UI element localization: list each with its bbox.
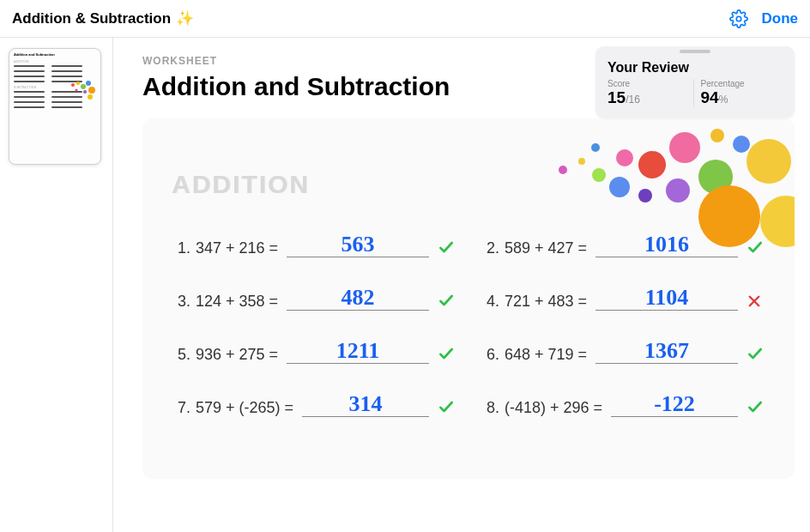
- answer-field[interactable]: 1104: [595, 287, 738, 311]
- score-den: 16: [628, 94, 639, 106]
- sidebar: Addition and Subtraction ADDITION SUBTRA…: [0, 38, 113, 532]
- cross-icon: [747, 293, 764, 311]
- svg-point-13: [616, 149, 633, 166]
- review-title: Your Review: [608, 60, 783, 76]
- percentage-col: Percentage 94%: [701, 79, 783, 107]
- check-icon: [438, 345, 455, 364]
- gear-icon: [729, 9, 748, 28]
- svg-point-2: [76, 82, 80, 85]
- svg-point-1: [71, 83, 75, 87]
- score-label: Score: [608, 79, 690, 88]
- settings-button[interactable]: [729, 9, 748, 28]
- problem-number: 4.: [481, 293, 499, 311]
- decorative-bubbles-icon: [451, 118, 795, 264]
- answer-field[interactable]: 563: [287, 233, 429, 257]
- problem-expression: 124 + 358 =: [196, 293, 278, 311]
- answer-field[interactable]: -122: [611, 393, 738, 417]
- main-pane: WORKSHEET Addition and Subtraction Your …: [113, 38, 810, 532]
- svg-point-15: [638, 189, 652, 203]
- problem-3: 3.124 + 358 =482: [172, 287, 455, 311]
- problem-expression: 936 + 275 =: [196, 346, 278, 364]
- check-icon: [747, 398, 764, 417]
- problem-expression: 721 + 483 =: [505, 293, 587, 311]
- svg-point-16: [638, 151, 666, 178]
- svg-point-18: [666, 178, 690, 203]
- svg-point-11: [592, 168, 606, 182]
- score-col: Score 15/16: [608, 79, 690, 107]
- svg-point-21: [733, 136, 750, 153]
- problem-7: 7.579 + (-265) =314: [172, 393, 455, 417]
- score-value: 15/16: [608, 88, 690, 107]
- problem-expression: 648 + 719 =: [505, 346, 587, 364]
- svg-point-10: [578, 158, 585, 165]
- page-thumbnail[interactable]: Addition and Subtraction ADDITION SUBTRA…: [9, 48, 101, 165]
- problem-expression: 347 + 216 =: [196, 239, 278, 257]
- check-icon: [438, 292, 455, 311]
- svg-point-6: [83, 90, 87, 94]
- review-panel[interactable]: Your Review Score 15/16 Percentage 94%: [595, 46, 795, 118]
- score-num: 15: [608, 88, 626, 106]
- problem-number: 3.: [172, 293, 190, 311]
- problem-number: 7.: [172, 399, 190, 417]
- thumb-dots-icon: [64, 78, 97, 107]
- document-title: Addition & Subtraction: [12, 10, 171, 27]
- svg-point-5: [88, 87, 95, 94]
- svg-point-20: [710, 129, 724, 142]
- percentage-label: Percentage: [701, 79, 783, 88]
- problem-number: 1.: [172, 239, 190, 257]
- problem-number: 6.: [481, 346, 499, 364]
- svg-point-14: [609, 177, 630, 197]
- answer-field[interactable]: 1211: [287, 340, 429, 364]
- percentage-value: 94%: [701, 88, 783, 107]
- svg-point-17: [669, 132, 700, 163]
- drag-handle-icon[interactable]: [680, 50, 710, 53]
- pct-sym: %: [719, 94, 728, 106]
- topbar-title-group: Addition & Subtraction ✨: [12, 9, 194, 27]
- problem-1: 1.347 + 216 =563: [172, 233, 455, 257]
- svg-point-8: [88, 94, 93, 100]
- answer-field[interactable]: 314: [302, 393, 429, 417]
- check-icon: [747, 345, 764, 364]
- problem-5: 5.936 + 275 =1211: [172, 340, 455, 364]
- svg-point-0: [736, 16, 741, 21]
- answer-field[interactable]: 482: [287, 287, 429, 311]
- pct-num: 94: [701, 88, 719, 106]
- svg-point-23: [747, 139, 791, 184]
- topbar: Addition & Subtraction ✨ Done: [0, 0, 810, 38]
- thumb-title: Addition and Subtraction: [9, 49, 100, 57]
- worksheet-body: ADDITION 1.347 + 216 =5632.589 + 427 =10…: [142, 118, 795, 479]
- svg-point-4: [86, 81, 91, 86]
- topbar-actions: Done: [729, 9, 799, 28]
- svg-point-9: [559, 166, 567, 174]
- svg-point-7: [76, 89, 78, 92]
- content-area: Addition and Subtraction ADDITION SUBTRA…: [0, 38, 810, 532]
- problem-expression: 579 + (-265) =: [196, 399, 293, 417]
- problem-8: 8.(-418) + 296 =-122: [481, 393, 764, 417]
- review-divider: [693, 79, 694, 107]
- svg-point-22: [698, 185, 760, 247]
- answer-field[interactable]: 1367: [595, 340, 738, 364]
- done-button[interactable]: Done: [762, 10, 799, 27]
- problem-expression: (-418) + 296 =: [505, 399, 602, 417]
- check-icon: [438, 398, 455, 417]
- problem-number: 8.: [481, 399, 499, 417]
- thumb-section1: ADDITION: [9, 57, 100, 63]
- problem-6: 6.648 + 719 =1367: [481, 340, 764, 364]
- review-columns: Score 15/16 Percentage 94%: [608, 79, 783, 107]
- problem-4: 4.721 + 483 =1104: [481, 287, 764, 311]
- svg-point-24: [760, 196, 795, 247]
- svg-point-3: [81, 84, 86, 89]
- sparkle-icon: ✨: [176, 9, 194, 27]
- svg-point-12: [591, 143, 600, 152]
- problem-number: 5.: [172, 346, 190, 364]
